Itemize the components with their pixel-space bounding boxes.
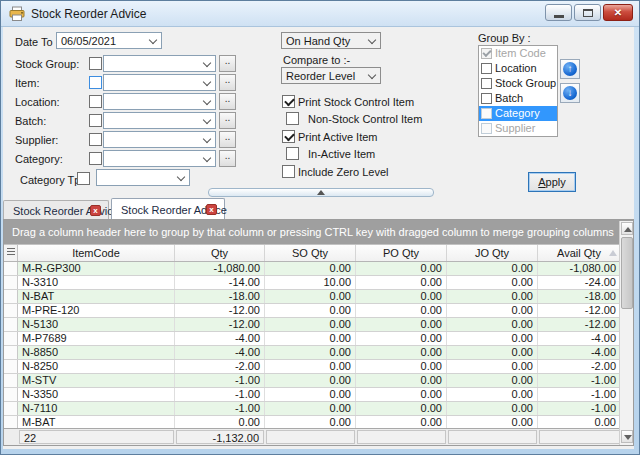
filter-checkbox-supplier[interactable]: [89, 133, 102, 146]
apply-button[interactable]: Apply: [528, 172, 576, 192]
filter-checkbox-category[interactable]: [89, 152, 102, 165]
cell: 0.00: [447, 416, 538, 428]
filter-checkbox-batch[interactable]: [89, 114, 102, 127]
qty-type-combobox[interactable]: On Hand Qty: [281, 32, 381, 49]
tab-stock-reorder-advice-1[interactable]: Stock Reorder Advicex: [3, 200, 109, 219]
collapse-splitter[interactable]: [208, 188, 434, 197]
chevron-down-icon: [203, 59, 211, 67]
cell: N-3310: [18, 276, 175, 289]
table-row[interactable]: N-3310-14.0010.000.000.00-24.00: [4, 276, 633, 290]
group-by-checkbox-stock-group[interactable]: [481, 78, 492, 89]
minimize-button[interactable]: [545, 4, 572, 21]
category-tpl-combobox[interactable]: [96, 169, 190, 186]
filter-combobox-category[interactable]: [103, 150, 216, 167]
group-by-checkbox-location[interactable]: [481, 63, 492, 74]
indicator-icon: [7, 248, 15, 257]
option-checkbox-include-zero-level[interactable]: [282, 165, 295, 178]
group-by-item-stock-group[interactable]: Stock Group: [479, 76, 557, 91]
column-header-po-qty[interactable]: PO Qty: [356, 245, 447, 261]
client-area: Date To 06/05/2021 Stock Group:..Item:..…: [3, 27, 634, 449]
option-checkbox-print-stock-control-item[interactable]: [282, 95, 295, 108]
column-header-itemcode[interactable]: ItemCode: [18, 245, 175, 261]
table-row[interactable]: M-P7689-4.000.000.000.00-4.00: [4, 332, 633, 346]
tab-stock-reorder-advice-2[interactable]: Stock Reorder Advicex: [111, 198, 225, 219]
group-by-checkbox-supplier[interactable]: [481, 123, 492, 134]
filter-browse-button-item[interactable]: ..: [219, 74, 236, 91]
group-by-item-category[interactable]: Category: [479, 106, 557, 121]
move-up-button[interactable]: ↑: [560, 59, 580, 79]
grid-footer-row: 22-1,132.00: [4, 428, 633, 445]
scroll-down-button[interactable]: [621, 430, 633, 443]
category-tpl-checkbox[interactable]: [77, 172, 90, 185]
vertical-scrollbar[interactable]: [619, 221, 633, 445]
chevron-down-icon: [177, 173, 185, 181]
scroll-up-icon: [624, 227, 632, 232]
filter-combobox-supplier[interactable]: [103, 131, 216, 148]
filter-checkbox-location[interactable]: [89, 95, 102, 108]
table-row[interactable]: M-STV-1.000.000.000.00-1.00: [4, 374, 633, 388]
option-checkbox-print-active-item[interactable]: [282, 130, 295, 143]
group-by-checkbox-item-code[interactable]: [481, 48, 492, 59]
cell: -12.00: [538, 318, 621, 331]
column-header-qty[interactable]: Qty: [175, 245, 265, 261]
option-checkbox-in-active-item[interactable]: [286, 147, 299, 160]
compare-to-value: Reorder Level: [286, 70, 364, 82]
filter-label-supplier: Supplier:: [15, 134, 58, 146]
group-by-item-location[interactable]: Location: [479, 61, 557, 76]
tab-close-icon[interactable]: x: [206, 204, 217, 215]
table-row[interactable]: N-BAT-18.000.000.000.00-18.00: [4, 290, 633, 304]
filter-browse-button-stock-group[interactable]: ..: [219, 55, 236, 72]
cell: 0.00: [265, 346, 356, 359]
maximize-button[interactable]: [574, 4, 601, 21]
filter-browse-button-supplier[interactable]: ..: [219, 131, 236, 148]
table-row[interactable]: N-8250-2.000.000.000.00-2.00: [4, 360, 633, 374]
scroll-up-button[interactable]: [621, 222, 633, 235]
filter-checkbox-item[interactable]: [89, 76, 102, 89]
cell: -12.00: [175, 318, 265, 331]
group-by-item-label: Item Code: [495, 46, 557, 61]
cell: M-P7689: [18, 332, 175, 345]
filter-checkbox-stock-group[interactable]: [89, 57, 102, 70]
column-header-so-qty[interactable]: SO Qty: [265, 245, 356, 261]
filter-combobox-location[interactable]: [103, 93, 216, 110]
group-by-item-batch[interactable]: Batch: [479, 91, 557, 106]
scrollbar-thumb[interactable]: [621, 237, 633, 309]
table-row[interactable]: N-3350-1.000.000.000.00-1.00: [4, 388, 633, 402]
option-label-include-zero-level: Include Zero Level: [298, 166, 389, 178]
table-row[interactable]: M-PRE-120-12.000.000.000.00-12.00: [4, 304, 633, 318]
group-by-checkbox-category[interactable]: [481, 108, 492, 119]
cell: 0.00: [265, 332, 356, 345]
group-by-checkbox-batch[interactable]: [481, 93, 492, 104]
column-header-jo-qty[interactable]: JO Qty: [447, 245, 538, 261]
option-checkbox-non-stock-control-item[interactable]: [286, 112, 299, 125]
table-row[interactable]: M-R-GP300-1,080.000.000.000.00-1,080.00: [4, 262, 633, 276]
cell: 0.00: [538, 416, 621, 428]
filter-browse-button-batch[interactable]: ..: [219, 112, 236, 129]
group-by-item-item-code[interactable]: Item Code: [479, 46, 557, 61]
table-row[interactable]: N-5130-12.000.000.000.00-12.00: [4, 318, 633, 332]
filter-combobox-stock-group[interactable]: [103, 55, 216, 72]
close-button[interactable]: ✕: [603, 4, 633, 21]
group-by-panel[interactable]: Drag a column header here to group by th…: [4, 220, 633, 244]
filter-combobox-batch[interactable]: [103, 112, 216, 129]
filter-browse-button-location[interactable]: ..: [219, 93, 236, 110]
filter-browse-button-category[interactable]: ..: [219, 150, 236, 167]
move-down-button[interactable]: ↓: [560, 83, 580, 103]
column-header-avail-qty[interactable]: Avail Qty: [538, 245, 621, 261]
cell: 0.00: [265, 262, 356, 275]
table-row[interactable]: M-BAT0.000.000.000.000.00: [4, 416, 633, 428]
close-icon: ✕: [604, 6, 632, 20]
cell: -24.00: [538, 276, 621, 289]
tab-close-icon[interactable]: x: [90, 205, 101, 216]
maximize-icon: [583, 9, 593, 17]
group-by-item-supplier[interactable]: Supplier: [479, 121, 557, 136]
filter-combobox-item[interactable]: [103, 74, 216, 91]
table-row[interactable]: N-7110-1.000.000.000.00-1.00: [4, 402, 633, 416]
cell: 0.00: [265, 416, 356, 428]
cell: 0.00: [447, 318, 538, 331]
date-to-picker[interactable]: 06/05/2021: [56, 32, 162, 49]
table-row[interactable]: N-8850-4.000.000.000.00-4.00: [4, 346, 633, 360]
sort-ascending-icon: [609, 250, 617, 256]
compare-to-combobox[interactable]: Reorder Level: [281, 67, 381, 84]
chevron-down-icon: [149, 36, 157, 44]
